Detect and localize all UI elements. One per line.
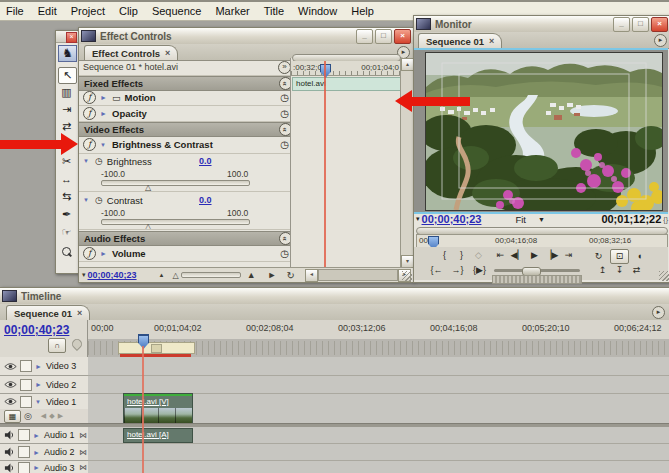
lift-icon[interactable]: ↥ [594,264,611,277]
tool-track-select[interactable]: ▥ [58,85,75,100]
lock-toggle[interactable] [20,396,32,408]
ec-clip-bar[interactable]: hotel.avi [292,77,405,91]
zoom-level-select[interactable]: Fit [515,214,526,225]
tool-rolling-edit[interactable]: ⇄ [58,119,75,134]
caret-icon[interactable]: ▾ [416,215,420,223]
tool-ripple-edit[interactable]: ⇥ [58,102,75,117]
timeline-playhead-line[interactable] [142,346,144,473]
minimize-icon[interactable]: _ [356,29,373,44]
collapse-icon[interactable]: ▼ [83,158,91,164]
set-marker-icon[interactable]: ◇ [470,249,487,262]
work-area-bar[interactable] [118,342,195,354]
track-content-video-3[interactable] [88,357,669,376]
ec-playhead-line[interactable] [324,61,326,267]
lock-toggle[interactable] [18,462,30,473]
minimize-icon[interactable]: _ [613,17,630,32]
zoom-in-icon[interactable]: ▲ [247,270,256,280]
play-in-to-out-icon[interactable]: {▶} [468,264,491,277]
effect-enabled-icon[interactable]: ƒ [83,138,96,151]
show-keyframes-icon[interactable]: ◎ [24,411,32,421]
stopwatch-icon[interactable]: ◷ [280,139,289,150]
monitor-titlebar[interactable]: Monitor _ □ × [414,16,669,33]
stopwatch-icon[interactable]: ◷ [95,156,103,166]
keyframe-mode-icon[interactable]: ⋈ [79,448,87,457]
go-to-in-icon[interactable]: ⇤ [492,249,509,262]
param-value[interactable]: 0.0 [199,156,212,166]
lock-toggle[interactable] [20,379,32,391]
timeline-titlebar[interactable]: Timeline [0,288,669,305]
tool-slip[interactable]: ↔ [58,172,75,187]
expand-icon[interactable]: ► [35,363,43,370]
monitor-current-time[interactable]: 00;00;40;23 [422,213,482,225]
zoom-slider[interactable] [181,272,241,278]
tool-zoom[interactable] [58,243,75,258]
close-icon[interactable]: × [651,17,668,32]
lock-toggle[interactable] [18,429,30,441]
stopwatch-icon[interactable]: ◷ [280,92,289,103]
expand-icon[interactable]: ► [33,432,41,439]
output-icon[interactable]: ◐ [632,250,649,263]
tab-close-icon[interactable]: × [77,308,82,318]
stopwatch-icon[interactable]: ◷ [280,248,289,259]
tab-effect-controls[interactable]: Effect Controls × [84,45,178,60]
expand-icon[interactable]: ► [33,449,41,456]
tools-titlebar[interactable]: × [56,31,78,43]
tab-close-icon[interactable]: × [489,36,494,46]
tool-pen[interactable]: ✒ [58,207,75,222]
go-to-prev-marker-icon[interactable]: {← [426,264,447,277]
play-icon[interactable]: ▶ [526,249,543,262]
menu-edit[interactable]: Edit [38,5,57,17]
timeline-time-ruler[interactable]: 00;00 00;01;04;02 00;02;08;04 00;03;12;0… [88,320,669,340]
step-back-icon[interactable]: ◀▏ [509,249,526,262]
contrast-slider[interactable] [101,219,250,225]
set-display-style-icon[interactable]: ▦ [4,410,21,423]
close-icon[interactable]: × [66,32,77,43]
zoom-out-icon[interactable]: ▲ [159,272,165,278]
effect-row-motion[interactable]: ƒ ► ▭ Motion ◷ [79,90,295,106]
menu-help[interactable]: Help [351,5,374,17]
track-content-audio-2[interactable] [88,444,669,461]
play-icon[interactable]: ► [268,270,277,280]
set-in-point-icon[interactable]: { [436,249,453,262]
track-content-audio-3[interactable] [88,461,669,473]
effect-enabled-icon[interactable]: ƒ [83,91,96,104]
expand-icon[interactable]: ► [35,381,43,388]
panel-menu-icon[interactable]: ► [652,306,665,319]
brightness-slider[interactable] [101,180,250,186]
extract-icon[interactable]: ↧ [611,264,628,277]
collapse-icon[interactable]: ▼ [83,197,91,203]
speaker-icon[interactable] [4,430,15,440]
speaker-icon[interactable] [4,463,15,473]
go-to-next-keyframe-icon[interactable]: ▶ [58,412,63,420]
effect-enabled-icon[interactable]: ƒ [83,247,96,260]
step-forward-icon[interactable]: ▕▶ [543,249,560,262]
resize-grip[interactable] [659,271,669,281]
maximize-icon[interactable]: □ [375,29,392,44]
safe-margins-icon[interactable]: ⊡ [610,249,629,264]
tool-selection[interactable]: ↖ [58,67,77,84]
stopwatch-icon[interactable]: ◷ [95,195,103,205]
monitor-time-ruler[interactable]: 00;0 00;04;16;08 00;08;32;16 [416,234,668,248]
jog-disk[interactable] [492,275,582,284]
lock-toggle[interactable] [18,446,30,458]
effect-row-opacity[interactable]: ƒ ► Opacity ◷ [79,106,295,122]
clip-hotel-avi-video[interactable]: hotel.avi [V] [123,393,193,425]
tab-close-icon[interactable]: × [165,48,170,58]
work-area-handle[interactable] [151,344,162,353]
expand-icon[interactable]: ► [33,464,41,471]
loop-icon[interactable]: ↻ [287,270,295,281]
snap-toggle-icon[interactable]: ∩ [48,338,66,353]
go-to-prev-keyframe-icon[interactable]: ◀ [41,412,46,420]
menu-marker[interactable]: Marker [215,5,249,17]
keyframe-mode-icon[interactable]: ⋈ [79,463,87,472]
speaker-icon[interactable] [4,447,15,457]
param-value[interactable]: 0.0 [199,195,212,205]
track-content-video-2[interactable] [88,376,669,394]
caret-icon[interactable]: ▾ [82,271,86,279]
tool-hand[interactable]: ☞ [58,225,75,240]
expand-icon[interactable]: ► [100,250,108,257]
menu-title[interactable]: Title [264,5,284,17]
effect-enabled-icon[interactable]: ƒ [83,107,96,120]
ec-current-timecode[interactable]: 00;00;40;23 [88,270,137,280]
tool-razor[interactable]: ✂ [58,154,75,169]
